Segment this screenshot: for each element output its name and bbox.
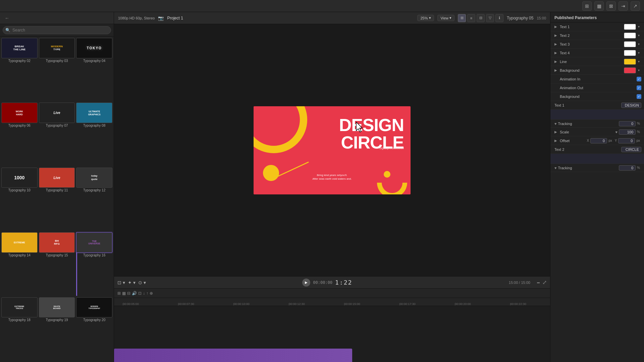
view-icon-2[interactable]: ≡ (467, 14, 475, 22)
param-color-background[interactable] (624, 67, 636, 73)
thumb-typography-04[interactable]: TOKYO Typography 04 (76, 38, 112, 101)
crop-icon[interactable]: ⊡ (117, 280, 121, 285)
time-total: 15:00 (537, 16, 546, 20)
param-color-text4[interactable] (624, 50, 636, 56)
param-dropdown-line[interactable]: ▾ (636, 59, 641, 64)
thumb-typography-10[interactable]: 1000 Typography 10 (1, 168, 38, 231)
param-expand-background[interactable]: ▶ (554, 68, 558, 72)
tl-btn-7[interactable]: ↑ (146, 291, 148, 296)
thumb-typography-19[interactable]: SKATEBOARD Typography 19 (39, 297, 75, 361)
clip-title: Typography 05 (507, 16, 533, 20)
thumb-typography-11[interactable]: Live Typography 11 (39, 168, 75, 231)
param-expand-text2[interactable]: ▶ (554, 34, 558, 37)
view-icon-3[interactable]: ⊟ (477, 14, 485, 22)
toolbar-btn-1[interactable]: ⊞ (582, 1, 592, 11)
param-name-bg-check: Background (560, 95, 637, 99)
zoom-control[interactable]: 25% ▾ (417, 15, 434, 21)
thumb-typography-14[interactable]: EXTREME Typography 14 (1, 232, 38, 296)
thumb-typography-03[interactable]: MODERNTYPE Typography 03 (39, 38, 75, 101)
thumb-typography-02[interactable]: BREAKTHE LINE Typography 02 (1, 38, 38, 101)
tracking-heart-icon: ♥ (554, 122, 557, 126)
effects-icon[interactable]: ✦ (128, 280, 132, 285)
tl-btn-5[interactable]: ⊡ (138, 291, 142, 296)
settings-icon[interactable]: ⊙ (138, 280, 142, 285)
tl-btn-1[interactable]: ⊞ (117, 291, 121, 296)
thumb-typography-12[interactable]: todayquote Typography 12 (76, 168, 112, 231)
transport-bar: ⊡ ▾ ✦ ▾ ⊙ ▾ ▶ 00:00:00 1:22 15:00 / 15:0… (114, 276, 550, 288)
thumb-label: Typography 15 (46, 253, 68, 257)
tl-btn-3[interactable]: ⊟ (127, 291, 130, 296)
param-color-line[interactable] (624, 59, 636, 65)
timeline-track-purple[interactable] (114, 349, 352, 362)
param-dropdown-background[interactable]: ▾ (636, 68, 641, 73)
view-icon-5[interactable]: ℹ (495, 14, 503, 22)
toolbar-btn-4[interactable]: ⇥ (619, 1, 628, 11)
thumb-typography-15[interactable]: BHRFG Typography 15 (39, 232, 75, 296)
param-expand-text1[interactable]: ▶ (554, 25, 558, 28)
thumb-label: Typography 02 (8, 59, 31, 63)
ruler-mark-2: 00:00:07:30 (178, 302, 194, 306)
toolbar-btn-3[interactable]: ⊠ (606, 1, 616, 11)
param-expand-text3[interactable]: ▶ (554, 42, 558, 46)
settings-btn[interactable]: ▾ (144, 280, 146, 285)
tracking-label: Tracking (558, 122, 619, 126)
param-color-text1[interactable] (624, 24, 636, 30)
tl-btn-6[interactable]: ↓ (143, 291, 145, 296)
param-text2-value[interactable]: CIRCLE (621, 147, 641, 152)
param-checkbox-anim-in[interactable]: ✓ (637, 77, 641, 81)
timecode-display: 1:22 (335, 279, 352, 286)
param-expand-text4[interactable]: ▶ (554, 51, 558, 55)
tl-btn-8[interactable]: ⊕ (150, 291, 153, 296)
thumb-label: Typography 11 (46, 188, 68, 192)
tracking2-value[interactable]: 0 (619, 165, 636, 171)
param-dropdown-text1[interactable]: ▾ (636, 24, 641, 29)
toolbar-btn-5[interactable]: ↗ (631, 1, 640, 11)
scale-value[interactable]: 100 (619, 129, 636, 135)
param-expand-line[interactable]: ▶ (554, 60, 558, 63)
thumb-typography-18[interactable]: EXTREMETRICKS Typography 18 (1, 297, 38, 361)
tl-btn-2[interactable]: ▦ (122, 291, 126, 296)
preview-area: DESIGN CIRCLE digitalproducts669 Bring k… (114, 24, 550, 276)
preview-main-text: DESIGN CIRCLE (339, 116, 404, 151)
thumb-typography-08[interactable]: ULTIMATEGRAPHICS Typography 08 (76, 103, 112, 166)
tracking-value[interactable]: 0 (619, 121, 636, 126)
param-color-text2[interactable] (624, 33, 636, 39)
thumb-label: Typography 20 (83, 318, 105, 322)
param-expand-offset[interactable]: ▶ (554, 139, 558, 142)
param-dropdown-text4[interactable]: ▾ (636, 50, 641, 56)
param-row-text4: ▶ Text 4 ▾ (550, 49, 644, 57)
tl-btn-4[interactable]: 🔊 (132, 291, 137, 296)
param-dropdown-text3[interactable]: ▾ (636, 42, 641, 47)
param-checkbox-anim-out[interactable]: ✓ (637, 85, 641, 90)
thumb-typography-07[interactable]: Live Typography 07 (39, 103, 75, 166)
thumb-typography-20[interactable]: MODERNTYPOGRAPHY Typography 20 (76, 297, 112, 361)
crop-btn[interactable]: ▾ (123, 280, 125, 285)
fullscreen-button[interactable]: ⤢ (542, 279, 547, 286)
back-arrow-icon[interactable]: ← (3, 15, 11, 21)
ruler-mark-3: 00:00:10:00 (233, 302, 250, 306)
thumb-typography-06[interactable]: WORKHARD Typography 06 (1, 103, 38, 166)
tracking2-label: Tracking (558, 166, 619, 170)
param-expand-scale[interactable]: ▶ (554, 130, 558, 134)
toolbar-btn-2[interactable]: ▦ (594, 1, 604, 11)
thumb-typography-16[interactable]: THEUNIVERSE Typography 16 (76, 232, 112, 296)
thumb-label: Typography 08 (83, 124, 105, 127)
play-button[interactable]: ▶ (302, 279, 310, 287)
param-checkbox-bg[interactable]: ✓ (637, 94, 641, 99)
preview-subtitle: digitalproducts669 (379, 146, 404, 150)
param-dropdown-text2[interactable]: ▾ (636, 33, 641, 38)
param-text1-value[interactable]: DESIGN (621, 103, 641, 108)
offset-y-value[interactable]: 0 (618, 138, 635, 143)
param-name-text4: Text 4 (560, 51, 624, 55)
offset-x-value[interactable]: 0 (590, 138, 607, 143)
view-button[interactable]: View ▾ (437, 15, 454, 21)
param-name-text2: Text 2 (560, 34, 624, 38)
param-color-text3[interactable] (624, 41, 636, 47)
effects-btn[interactable]: ▾ (133, 280, 136, 285)
view-icon-4[interactable]: ▽ (486, 14, 494, 22)
param-text2-field-row: Text 2 CIRCLE (550, 145, 644, 154)
search-input[interactable] (3, 26, 111, 34)
view-icon-1[interactable]: ⊞ (458, 14, 466, 22)
timeline-tracks (114, 306, 550, 362)
thumb-label: Typography 14 (8, 253, 31, 257)
